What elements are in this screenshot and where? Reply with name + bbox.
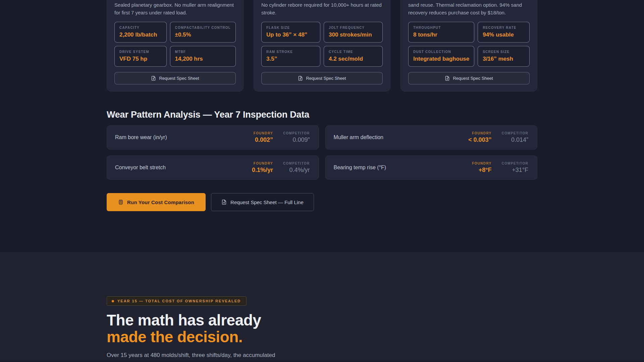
spec-box-ram-stroke: RAM STROKE 3.5” — [261, 46, 320, 67]
calculator-icon — [118, 199, 123, 205]
product-description: sand reuse. Thermal reclamation option. … — [408, 1, 530, 16]
metric-label: Ram bore wear (in/yr) — [115, 134, 167, 140]
foundry-value: 0.002” — [254, 136, 273, 143]
spec-label: RECOVERY RATE — [483, 26, 525, 29]
run-cost-comparison-button[interactable]: Run Your Cost Comparison — [107, 193, 206, 211]
foundry-value: +8°F — [472, 167, 491, 174]
spec-box-compactability: COMPACTABILITY CONTROL ±0.5% — [170, 22, 236, 43]
competitor-value: 0.4%/yr — [283, 167, 310, 174]
product-card-jolt-squeeze: No cylinder rebore required for 10,000+ … — [254, 0, 390, 92]
competitor-value-column: COMPETITOR 0.014” — [502, 131, 528, 143]
file-download-icon — [221, 199, 227, 205]
badge-label: YEAR 15 — TOTAL COST OF OWNERSHIP REVEAL… — [117, 299, 241, 303]
product-description: Sealed planetary gearbox. No muller arm … — [114, 1, 236, 16]
spec-label: DUST COLLECTION — [413, 50, 469, 54]
spec-value: ±0.5% — [175, 32, 231, 38]
metric-row-bearing-temp-rise: Bearing temp rise (°F) FOUNDRY +8°F COMP… — [325, 156, 538, 180]
spec-box-flask-size: FLASK SIZE Up to 36” × 48” — [261, 22, 320, 43]
spec-label: JOLT FREQUENCY — [329, 26, 378, 29]
request-spec-sheet-full-line-button[interactable]: Request Spec Sheet — Full Line — [211, 193, 314, 211]
competitor-value-column: COMPETITOR 0.4%/yr — [283, 162, 310, 174]
button-label: Request Spec Sheet — Full Line — [230, 199, 304, 205]
cta-row: Run Your Cost Comparison Request Spec Sh… — [107, 193, 537, 211]
spec-value: 8 tons/hr — [413, 32, 469, 38]
spec-value: 2,200 lb/batch — [119, 32, 162, 38]
competitor-label: COMPETITOR — [502, 162, 528, 165]
button-label: Request Spec Sheet — [306, 76, 346, 81]
foundry-value-column: FOUNDRY 0.1%/yr — [252, 162, 273, 174]
spec-value: 94% usable — [483, 32, 525, 38]
closing-heading-line2: made the decision. — [107, 328, 537, 345]
metric-values: FOUNDRY 0.002” COMPETITOR 0.009” — [254, 131, 310, 143]
metric-values: FOUNDRY 0.1%/yr COMPETITOR 0.4%/yr — [252, 162, 310, 174]
spec-label: FLASK SIZE — [266, 26, 315, 29]
foundry-label: FOUNDRY — [472, 162, 491, 165]
competitor-label: COMPETITOR — [502, 131, 528, 135]
metric-row-conveyor-belt-stretch: Conveyor belt stretch FOUNDRY 0.1%/yr CO… — [107, 156, 319, 180]
product-card-sand-reclaimer: sand reuse. Thermal reclamation option. … — [400, 0, 537, 92]
closing-heading-line1: The math has already — [107, 312, 537, 328]
button-label: Request Spec Sheet — [453, 76, 493, 81]
spec-value: Integrated baghouse — [413, 56, 469, 62]
metric-row-ram-bore-wear: Ram bore wear (in/yr) FOUNDRY 0.002” COM… — [107, 125, 319, 149]
spec-label: CYCLE TIME — [329, 50, 378, 54]
spec-box-capacity: CAPACITY 2,200 lb/batch — [114, 22, 167, 43]
wear-metrics-grid: Ram bore wear (in/yr) FOUNDRY 0.002” COM… — [107, 125, 537, 180]
spec-box-jolt-frequency: JOLT FREQUENCY 300 strokes/min — [324, 22, 383, 43]
spec-grid: THROUGHPUT 8 tons/hr RECOVERY RATE 94% u… — [408, 22, 530, 67]
spec-label: COMPACTABILITY CONTROL — [175, 26, 231, 29]
spec-box-recovery-rate: RECOVERY RATE 94% usable — [478, 22, 530, 43]
product-description: No cylinder rebore required for 10,000+ … — [261, 1, 383, 16]
specs-section: Sealed planetary gearbox. No muller arm … — [0, 0, 644, 252]
spec-grid: FLASK SIZE Up to 36” × 48” JOLT FREQUENC… — [261, 22, 383, 67]
dot-icon — [112, 300, 114, 302]
total-cost-section: YEAR 15 — TOTAL COST OF OWNERSHIP REVEAL… — [0, 252, 644, 362]
request-spec-sheet-button[interactable]: Request Spec Sheet — [261, 72, 383, 84]
metric-row-muller-arm-deflection: Muller arm deflection FOUNDRY < 0.003” C… — [325, 125, 538, 149]
spec-label: CAPACITY — [119, 26, 162, 29]
spec-grid: CAPACITY 2,200 lb/batch COMPACTABILITY C… — [114, 22, 236, 67]
metric-label: Conveyor belt stretch — [115, 165, 166, 171]
spec-value: VFD 75 hp — [119, 56, 162, 62]
spec-box-drive-system: DRIVE SYSTEM VFD 75 hp — [114, 46, 167, 67]
foundry-value-column: FOUNDRY 0.002” — [254, 131, 273, 143]
spec-box-mtbf: MTBF 14,200 hrs — [170, 46, 236, 67]
competitor-value-column: COMPETITOR +31°F — [502, 162, 528, 174]
closing-heading: The math has already made the decision. — [107, 312, 537, 345]
spec-value: 3.5” — [266, 56, 315, 62]
metric-label: Bearing temp rise (°F) — [334, 165, 386, 171]
spec-value: 4.2 sec/mold — [329, 56, 378, 62]
foundry-value-column: FOUNDRY < 0.003” — [468, 131, 492, 143]
file-download-icon — [445, 76, 450, 81]
spec-box-cycle-time: CYCLE TIME 4.2 sec/mold — [324, 46, 383, 67]
file-download-icon — [151, 76, 156, 81]
spec-value: 300 strokes/min — [329, 32, 378, 38]
foundry-value-column: FOUNDRY +8°F — [472, 162, 491, 174]
spec-value: Up to 36” × 48” — [266, 32, 315, 38]
spec-box-throughput: THROUGHPUT 8 tons/hr — [408, 22, 474, 43]
request-spec-sheet-button[interactable]: Request Spec Sheet — [408, 72, 530, 84]
foundry-label: FOUNDRY — [468, 131, 492, 135]
product-cards-row: Sealed planetary gearbox. No muller arm … — [107, 0, 537, 92]
spec-value: 3/16” mesh — [483, 56, 525, 62]
competitor-label: COMPETITOR — [283, 162, 310, 165]
spec-label: THROUGHPUT — [413, 26, 469, 29]
foundry-label: FOUNDRY — [254, 131, 273, 135]
button-label: Run Your Cost Comparison — [127, 199, 194, 205]
spec-label: SCREEN SIZE — [483, 50, 525, 54]
foundry-value: < 0.003” — [468, 136, 492, 143]
metric-values: FOUNDRY +8°F COMPETITOR +31°F — [472, 162, 528, 174]
spec-box-dust-collection: DUST COLLECTION Integrated baghouse — [408, 46, 474, 67]
closing-paragraph: Over 15 years at 480 molds/shift, three … — [107, 351, 321, 360]
wear-analysis-title: Wear Pattern Analysis — Year 7 Inspectio… — [107, 110, 537, 120]
spec-box-screen-size: SCREEN SIZE 3/16” mesh — [478, 46, 530, 67]
button-label: Request Spec Sheet — [159, 76, 199, 81]
spec-label: DRIVE SYSTEM — [119, 50, 162, 54]
product-card-muller: Sealed planetary gearbox. No muller arm … — [107, 0, 244, 92]
year-15-badge: YEAR 15 — TOTAL COST OF OWNERSHIP REVEAL… — [107, 296, 247, 306]
file-download-icon — [298, 76, 303, 81]
competitor-value: 0.009” — [283, 136, 310, 143]
request-spec-sheet-button[interactable]: Request Spec Sheet — [114, 72, 236, 84]
competitor-value-column: COMPETITOR 0.009” — [283, 131, 310, 143]
spec-label: MTBF — [175, 50, 231, 54]
